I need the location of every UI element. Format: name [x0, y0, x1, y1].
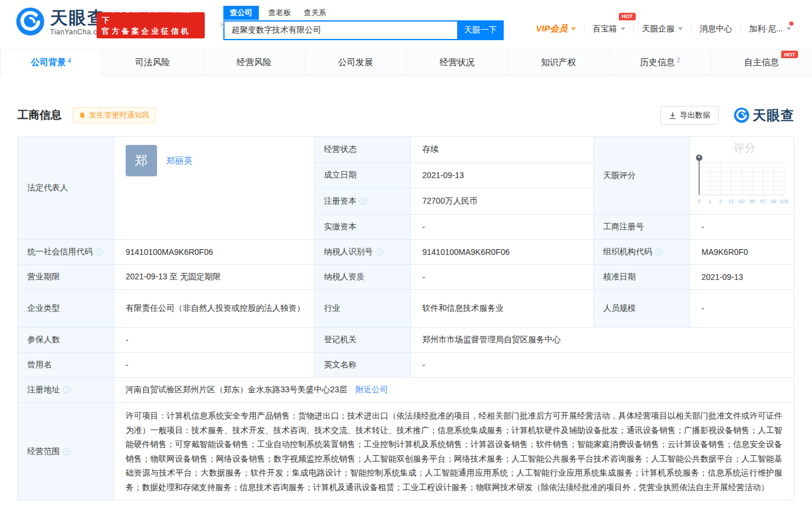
legal-rep-avatar[interactable]: 郑 — [126, 145, 157, 176]
established-label: 成立日期 — [315, 162, 411, 189]
address-label: 注册地址 — [18, 378, 114, 403]
svg-text:99: 99 — [771, 198, 777, 204]
help-icon[interactable] — [376, 248, 383, 256]
tab-label: 公司背景 — [31, 57, 66, 68]
taxpayer-id-label: 纳税人识别号 — [315, 240, 411, 265]
address-value: 河南自贸试验区郑州片区（郑东）金水东路33号美盛中心23层 — [126, 385, 347, 394]
clear-search-icon[interactable]: × — [216, 19, 228, 31]
export-data-button[interactable]: 导出数据 — [660, 106, 719, 125]
gov-badge-line2: 官方备案企业征信机构 — [102, 26, 200, 48]
tab-company-development[interactable]: 公司发展 — [305, 49, 407, 75]
help-icon[interactable] — [359, 197, 367, 205]
svg-text:15: 15 — [728, 198, 734, 204]
taxpayer-id-value: 91410100MA9K6R0F06 — [411, 240, 594, 265]
gov-badge-line1: 国家中小企业发展子基金旗下 — [102, 3, 200, 26]
toolbox-label: 百宝箱 — [593, 24, 617, 34]
paid-capital-label: 实缴资本 — [315, 215, 411, 240]
chevron-down-icon — [786, 27, 791, 30]
search-button[interactable]: 天眼一下 — [457, 20, 504, 40]
tab-company-background[interactable]: 公司背景 4 — [0, 49, 102, 76]
industry-value: 软件和信息技术服务业 — [411, 290, 594, 328]
tab-operating-status[interactable]: 经营状况 — [407, 49, 508, 75]
search-input[interactable] — [223, 20, 457, 40]
tab-count: 2 — [676, 56, 680, 63]
company-type-value: 有限责任公司（非自然人投资或控股的法人独资） — [114, 290, 315, 328]
paid-capital-value: - — [411, 215, 594, 240]
staff-size-value: - — [690, 290, 795, 328]
tab-count: 4 — [67, 57, 71, 64]
search-tab-company[interactable]: 查公司 — [223, 6, 259, 20]
menu-message-center[interactable]: 消息中心 — [692, 24, 740, 34]
help-icon[interactable] — [655, 248, 663, 256]
svg-text:85: 85 — [749, 198, 755, 204]
message-center-label: 消息中心 — [700, 24, 732, 34]
registry-value: 郑州市市场监督管理局自贸区服务中心 — [411, 328, 795, 353]
reg-capital-label: 注册资本 — [315, 189, 411, 215]
tab-intellectual-property[interactable]: 知识产权 — [508, 49, 610, 75]
tab-self-published-info[interactable]: 自主信息 HOT — [711, 49, 812, 75]
credit-code-value: 91410100MA9K6R0F06 — [114, 240, 315, 265]
industry-label: 行业 — [315, 290, 411, 328]
tab-label: 公司发展 — [338, 57, 373, 68]
menu-toolbox[interactable]: HOT 百宝箱 — [585, 24, 633, 34]
status-value: 存续 — [411, 137, 594, 163]
tyc-score-label: 天眼评分 — [594, 137, 690, 215]
former-name-label: 曾用名 — [18, 353, 114, 378]
business-term-value: 2021-09-13 至 无固定期限 — [114, 265, 315, 290]
top-header: 天眼查 TianYanCha.com 国家中小企业发展子基金旗下 官方备案企业征… — [0, 0, 812, 49]
tab-operational-risk[interactable]: 经营风险 — [204, 49, 305, 75]
vip-label: VIP会员 — [536, 23, 567, 34]
username-label: 加利·尼... — [749, 24, 783, 34]
taxpayer-quality-label: 纳税人资质 — [315, 265, 411, 290]
business-info-section-head: 工商信息 发生变更时通知我 导出数据 天眼查 — [17, 106, 795, 125]
help-icon[interactable] — [95, 248, 103, 256]
legal-rep-name-link[interactable]: 郑丽英 — [166, 155, 193, 166]
tianyancha-watermark: 天眼查 — [734, 107, 795, 125]
business-registration-table: 法定代表人 郑 郑丽英 经营状态 存续 天眼评分 评分 — [17, 136, 795, 501]
business-term-label: 营业期限 — [18, 265, 114, 290]
enterprise-service-label: 天眼企服 — [642, 24, 675, 34]
download-icon — [669, 112, 676, 119]
registry-label: 登记机关 — [315, 328, 411, 353]
tyc-score-chart: 评分 0 — [690, 137, 795, 215]
established-value: 2021-09-13 — [411, 162, 594, 189]
notify-on-change-button[interactable]: 发生变更时通知我 — [72, 107, 156, 123]
menu-enterprise-service[interactable]: 天眼企服 — [634, 24, 691, 34]
tab-history-info[interactable]: 历史信息 2 — [610, 49, 711, 75]
company-nav-tabs: 公司背景 4 司法风险 经营风险 公司发展 经营状况 知识产权 历史信息 2 自… — [0, 49, 812, 76]
legal-rep-cell: 郑 郑丽英 — [114, 137, 315, 240]
help-icon[interactable] — [63, 448, 70, 455]
notify-button-label: 发生变更时通知我 — [89, 110, 149, 120]
nearby-companies-link[interactable]: 附近公司 — [355, 385, 388, 394]
company-type-label: 企业类型 — [18, 290, 114, 328]
tab-judicial-risk[interactable]: 司法风险 — [102, 49, 204, 75]
search-tab-boss[interactable]: 查老板 — [268, 8, 291, 18]
legal-rep-label: 法定代表人 — [18, 137, 114, 240]
hot-badge: HOT — [781, 51, 798, 58]
reg-number-value: - — [690, 215, 795, 240]
tab-label: 司法风险 — [135, 57, 170, 68]
tab-label: 历史信息 — [640, 57, 675, 68]
search-tab-relation[interactable]: 查关系 — [304, 8, 326, 18]
svg-text:3: 3 — [719, 198, 722, 204]
org-code-label: 组织机构代码 — [594, 240, 690, 265]
tab-label: 知识产权 — [541, 57, 576, 68]
credit-code-label: 统一社会信用代码 — [18, 240, 114, 265]
staff-size-label: 人员规模 — [594, 290, 690, 328]
menu-user-account[interactable]: 加利·尼... — [741, 24, 799, 34]
svg-text:97: 97 — [760, 198, 765, 204]
reg-capital-value: 72700万人民币 — [411, 189, 594, 215]
business-scope-value: 许可项目：计算机信息系统安全专用产品销售；货物进出口；技术进出口（依法须经批准的… — [114, 403, 795, 501]
tab-label: 自主信息 — [744, 57, 779, 68]
score-marker-pin-icon — [696, 155, 703, 196]
tianyancha-logo[interactable]: 天眼查 TianYanCha.com — [16, 8, 107, 38]
insured-count-value: - — [114, 328, 315, 353]
bell-icon — [79, 112, 86, 119]
address-cell: 河南自贸试验区郑州片区（郑东）金水东路33号美盛中心23层 附近公司 — [114, 378, 795, 403]
help-icon[interactable] — [63, 386, 70, 393]
reg-number-label: 工商注册号 — [594, 215, 690, 240]
tianyancha-watermark-icon — [734, 108, 749, 123]
business-scope-label: 经营范围 — [18, 403, 114, 501]
menu-vip[interactable]: VIP会员 — [528, 23, 583, 34]
chevron-down-icon — [621, 27, 625, 30]
